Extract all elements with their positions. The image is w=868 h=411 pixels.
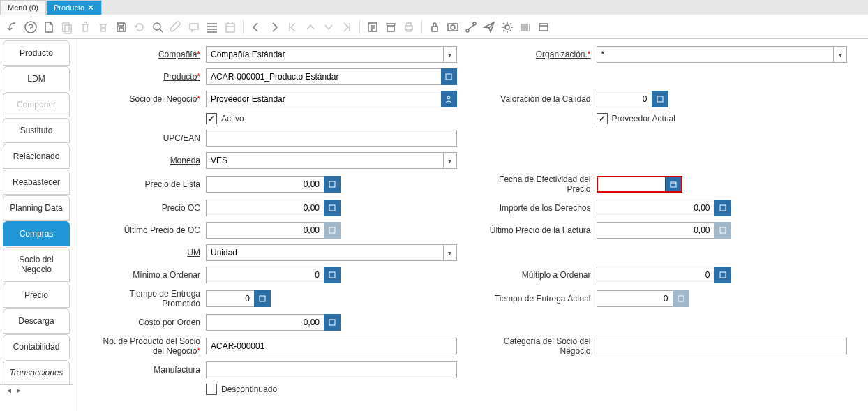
delete2-icon[interactable] [96, 20, 110, 34]
no-producto-socio-input[interactable] [206, 338, 457, 354]
copy-icon[interactable] [60, 20, 74, 34]
ultimo-precio-oc-input[interactable] [206, 222, 324, 239]
descontinuado-checkbox[interactable] [206, 384, 217, 395]
help-icon[interactable] [24, 20, 38, 34]
zoom-icon[interactable] [446, 20, 460, 34]
compania-dropdown[interactable] [444, 46, 457, 63]
activo-checkbox[interactable] [206, 113, 217, 124]
producto-input[interactable] [206, 68, 442, 85]
new-icon[interactable] [42, 20, 56, 34]
label-socio[interactable]: Socio del Negocio* [94, 94, 206, 104]
label-compania[interactable]: Compañía* [94, 50, 206, 59]
attach-icon[interactable] [169, 20, 183, 34]
costo-orden-calc-button[interactable] [324, 314, 341, 331]
save-icon[interactable] [114, 20, 128, 34]
lock-icon[interactable] [428, 20, 442, 34]
tiempo-prometido-calc-button[interactable] [254, 290, 271, 307]
producto-lookup-button[interactable] [441, 68, 457, 85]
costo-orden-input[interactable] [206, 314, 324, 331]
print-icon[interactable] [402, 20, 416, 34]
fecha-efectividad-input[interactable] [597, 176, 666, 193]
grid-icon[interactable] [205, 20, 219, 34]
gear-icon[interactable] [500, 20, 514, 34]
svg-rect-1 [63, 23, 69, 31]
svg-rect-7 [432, 27, 437, 31]
label-no-producto-socio: No. de Producto del Socio del Negocio* [94, 336, 206, 356]
svg-rect-16 [657, 96, 663, 102]
organizacion-dropdown[interactable] [834, 46, 847, 63]
precio-lista-calc-button[interactable] [324, 176, 341, 193]
last-icon[interactable] [340, 20, 354, 34]
tiempo-actual-input[interactable] [597, 290, 673, 307]
close-icon[interactable]: ✕ [87, 3, 94, 13]
prev-icon[interactable] [249, 20, 263, 34]
send-icon[interactable] [482, 20, 496, 34]
tab-producto[interactable]: Producto ✕ [46, 0, 102, 15]
sidebar-item-socio[interactable]: Socio del Negocio [3, 247, 70, 282]
scroll-left-icon[interactable]: ◄ [4, 387, 14, 394]
compania-input[interactable] [206, 46, 444, 63]
up-icon[interactable] [304, 20, 317, 34]
multiplo-ordenar-calc-button[interactable] [714, 267, 731, 283]
report-icon[interactable] [366, 20, 380, 34]
sidebar-item-compras[interactable]: Compras [3, 221, 70, 246]
precio-lista-input[interactable] [206, 176, 324, 193]
precio-oc-input[interactable] [206, 200, 324, 216]
valoracion-input[interactable] [597, 91, 652, 107]
multiplo-ordenar-input[interactable] [597, 267, 715, 283]
organizacion-input[interactable] [597, 46, 835, 63]
label-moneda[interactable]: Moneda [94, 156, 206, 165]
next-icon[interactable] [267, 20, 281, 34]
moneda-dropdown[interactable] [444, 152, 457, 169]
sidebar-item-planning[interactable]: Planning Data [3, 195, 70, 221]
socio-input[interactable] [206, 91, 442, 107]
sidebar-item-producto[interactable]: Producto [3, 40, 70, 66]
proveedor-checkbox[interactable] [597, 113, 608, 124]
precio-oc-calc-button[interactable] [324, 200, 341, 216]
label-organizacion[interactable]: Organización.* [485, 50, 597, 59]
manufactura-input[interactable] [206, 361, 457, 378]
first-icon[interactable] [285, 20, 299, 34]
label-um[interactable]: UM [94, 248, 206, 257]
workflow-icon[interactable] [464, 20, 478, 34]
sidebar-item-componer[interactable]: Componer [3, 92, 70, 117]
sidebar-item-transacciones[interactable]: Transacciones [3, 360, 70, 385]
proveedor-label: Proveedor Actual [612, 114, 675, 124]
down-icon[interactable] [322, 20, 336, 34]
search-icon[interactable] [151, 20, 165, 34]
fecha-efectividad-cal-button[interactable] [666, 176, 682, 193]
svg-point-12 [505, 25, 509, 29]
importe-derechos-input[interactable] [597, 200, 715, 216]
refresh-icon[interactable] [133, 20, 147, 34]
upc-input[interactable] [206, 130, 457, 147]
moneda-input[interactable] [206, 152, 444, 169]
um-dropdown[interactable] [444, 244, 457, 261]
undo-icon[interactable] [6, 20, 20, 34]
archive-icon[interactable] [384, 20, 398, 34]
sidebar-item-precio[interactable]: Precio [3, 283, 70, 308]
tab-menu[interactable]: Menú (0) [0, 0, 46, 15]
sidebar-item-relacionado[interactable]: Relacionado [3, 144, 70, 169]
valoracion-calc-button[interactable] [652, 91, 668, 107]
calendar-icon[interactable] [223, 20, 237, 34]
label-producto[interactable]: Producto* [94, 72, 206, 82]
sidebar-item-ldm[interactable]: LDM [3, 66, 70, 91]
barcode-icon[interactable] [518, 20, 532, 34]
importe-derechos-calc-button[interactable] [714, 200, 731, 216]
minimo-ordenar-input[interactable] [206, 267, 324, 283]
ultimo-precio-factura-input[interactable] [597, 222, 715, 239]
sidebar-item-contabilidad[interactable]: Contabilidad [3, 334, 70, 359]
chat-icon[interactable] [187, 20, 201, 34]
socio-lookup-button[interactable] [441, 91, 457, 107]
label-costo-orden: Costo por Orden [94, 317, 206, 327]
categoria-socio-input[interactable] [597, 338, 848, 354]
sidebar-item-sustituto[interactable]: Sustituto [3, 118, 70, 143]
sidebar-item-descarga[interactable]: Descarga [3, 308, 70, 334]
sidebar-item-reabastecer[interactable]: Reabastecer [3, 170, 70, 195]
minimo-ordenar-calc-button[interactable] [324, 267, 341, 283]
tiempo-prometido-input[interactable] [206, 290, 255, 307]
window-icon[interactable] [537, 20, 551, 34]
scroll-right-icon[interactable]: ► [14, 387, 24, 394]
delete-icon[interactable] [78, 20, 92, 34]
um-input[interactable] [206, 244, 444, 261]
